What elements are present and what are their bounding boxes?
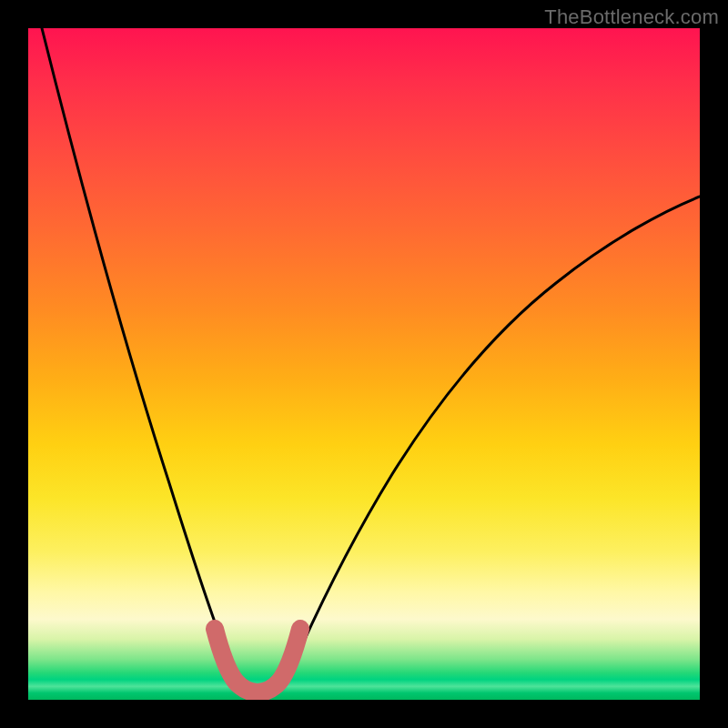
watermark-text: TheBottleneck.com: [544, 5, 719, 29]
bottleneck-highlight: [215, 629, 300, 693]
bottleneck-curve: [42, 28, 700, 693]
chart-svg: [28, 28, 700, 700]
chart-area: [28, 28, 700, 700]
